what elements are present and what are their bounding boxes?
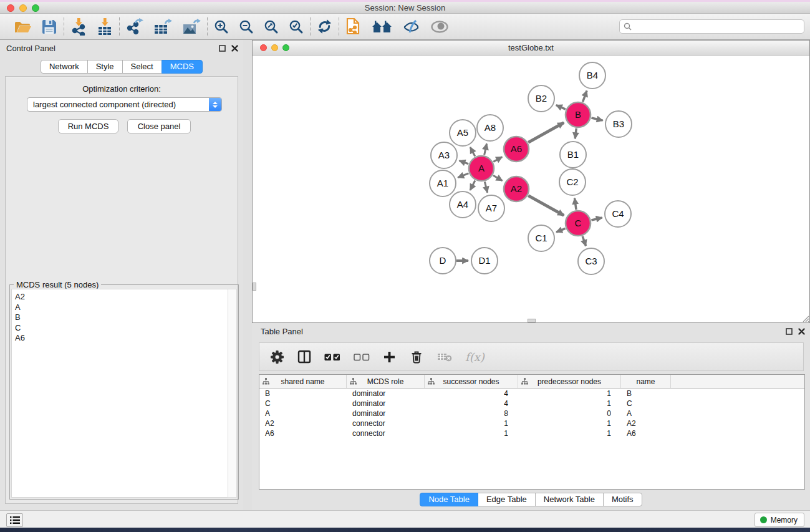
import-network-icon[interactable] bbox=[70, 18, 87, 36]
table-row[interactable]: A6connector11A6 bbox=[259, 428, 804, 438]
close-panel-icon[interactable] bbox=[231, 45, 238, 52]
edge-C-C2[interactable] bbox=[575, 198, 577, 210]
tab-style[interactable]: Style bbox=[87, 60, 123, 74]
edge-A-A1[interactable] bbox=[458, 173, 468, 178]
node-A4[interactable]: A4 bbox=[450, 191, 476, 218]
toggle-graphics-details-icon[interactable] bbox=[403, 19, 420, 34]
memory-button[interactable]: Memory bbox=[755, 513, 804, 527]
import-table-icon[interactable] bbox=[97, 18, 113, 36]
tab-node-table[interactable]: Node Table bbox=[420, 493, 478, 506]
function-builder-icon[interactable]: f(x) bbox=[465, 351, 485, 364]
open-session-icon[interactable] bbox=[14, 19, 31, 35]
edge-A-A5[interactable] bbox=[470, 147, 475, 157]
edge-A2-C[interactable] bbox=[528, 196, 564, 216]
node-C4[interactable]: C4 bbox=[605, 201, 631, 227]
resize-grip-icon[interactable] bbox=[800, 313, 809, 322]
float-panel-icon[interactable] bbox=[219, 45, 226, 52]
edge-B-B3[interactable] bbox=[591, 118, 602, 120]
node-C3[interactable]: C3 bbox=[578, 248, 604, 274]
network-canvas[interactable]: AA1A3A5A8A4A7A6A2BB1B2B3B4CC1C2C3C4DD1 bbox=[253, 56, 809, 322]
edge-A-A2[interactable] bbox=[493, 175, 503, 181]
node-A1[interactable]: A1 bbox=[430, 170, 456, 196]
tab-mcds[interactable]: MCDS bbox=[162, 60, 203, 74]
mcds-result-item[interactable]: C bbox=[15, 323, 228, 334]
close-panel-button[interactable]: Close panel bbox=[127, 119, 191, 133]
node-B3[interactable]: B3 bbox=[605, 111, 632, 137]
column-header-predecessor-nodes[interactable]: predecessor nodes bbox=[518, 375, 621, 388]
edge-A6-B[interactable] bbox=[528, 123, 564, 143]
edge-B-B4[interactable] bbox=[583, 90, 587, 102]
tab-network-table[interactable]: Network Table bbox=[535, 493, 604, 506]
export-image-icon[interactable] bbox=[182, 18, 201, 36]
mcds-result-item[interactable]: A2 bbox=[15, 292, 228, 302]
zoom-out-icon[interactable] bbox=[239, 19, 254, 34]
panel-splitter[interactable] bbox=[243, 40, 252, 510]
node-A3[interactable]: A3 bbox=[431, 142, 457, 168]
column-header-name[interactable]: name bbox=[621, 375, 671, 388]
node-C1[interactable]: C1 bbox=[528, 225, 554, 251]
zoom-selected-icon[interactable] bbox=[289, 19, 304, 34]
mcds-result-item[interactable]: B bbox=[15, 312, 228, 323]
zoom-fit-icon[interactable] bbox=[264, 19, 279, 34]
edge-B-B1[interactable] bbox=[575, 128, 576, 138]
tab-network[interactable]: Network bbox=[41, 60, 88, 74]
new-session-icon[interactable] bbox=[345, 17, 362, 36]
edge-A-A4[interactable] bbox=[470, 181, 475, 190]
node-C[interactable]: C bbox=[566, 211, 591, 236]
tab-edge-table[interactable]: Edge Table bbox=[478, 493, 536, 506]
edge-B-B2[interactable] bbox=[556, 105, 566, 109]
add-icon[interactable] bbox=[383, 351, 396, 364]
deselect-all-icon[interactable] bbox=[354, 353, 370, 361]
tab-motifs[interactable]: Motifs bbox=[603, 493, 642, 506]
save-session-icon[interactable] bbox=[41, 19, 57, 35]
mcds-result-scrollbar[interactable] bbox=[228, 289, 237, 498]
edge-C-C1[interactable] bbox=[556, 228, 566, 232]
table-row[interactable]: Cdominator41C bbox=[259, 399, 804, 409]
edge-C-C4[interactable] bbox=[591, 218, 602, 220]
table-row[interactable]: Adominator80A bbox=[259, 409, 804, 418]
close-panel-icon[interactable] bbox=[798, 328, 805, 335]
node-A2[interactable]: A2 bbox=[504, 177, 529, 201]
delete-table-icon[interactable] bbox=[437, 352, 452, 362]
network-titlebar[interactable]: testGlobe.txt bbox=[253, 41, 809, 56]
node-B1[interactable]: B1 bbox=[560, 142, 586, 168]
column-header-shared-name[interactable]: shared name bbox=[259, 375, 347, 388]
run-mcds-button[interactable]: Run MCDS bbox=[58, 119, 118, 133]
node-B[interactable]: B bbox=[566, 102, 591, 127]
table-row[interactable]: A2connector11A2 bbox=[259, 418, 804, 428]
canvas-hscroll-thumb[interactable] bbox=[528, 319, 536, 322]
node-A6[interactable]: A6 bbox=[504, 137, 529, 162]
float-panel-icon[interactable] bbox=[786, 328, 793, 335]
edge-C-C3[interactable] bbox=[582, 236, 586, 246]
mcds-result-item[interactable]: A6 bbox=[15, 333, 228, 344]
node-A8[interactable]: A8 bbox=[477, 115, 503, 141]
columns-icon[interactable] bbox=[297, 350, 311, 364]
search-input[interactable] bbox=[632, 20, 804, 33]
node-D1[interactable]: D1 bbox=[471, 248, 498, 274]
node-A5[interactable]: A5 bbox=[450, 120, 476, 146]
select-all-icon[interactable] bbox=[324, 353, 340, 361]
zoom-in-icon[interactable] bbox=[214, 19, 229, 34]
node-B2[interactable]: B2 bbox=[528, 85, 554, 112]
export-network-icon[interactable] bbox=[126, 18, 143, 36]
edge-A-A6[interactable] bbox=[493, 157, 502, 162]
tab-select[interactable]: Select bbox=[122, 60, 162, 74]
edge-A-A8[interactable] bbox=[485, 143, 487, 155]
node-A[interactable]: A bbox=[469, 156, 494, 181]
canvas-vscroll-thumb[interactable] bbox=[253, 283, 256, 291]
column-header-MCDS-role[interactable]: MCDS role bbox=[347, 375, 425, 388]
birds-eye-view-icon[interactable] bbox=[430, 20, 449, 34]
node-B4[interactable]: B4 bbox=[579, 62, 605, 89]
export-table-icon[interactable] bbox=[153, 18, 172, 36]
edge-A-A7[interactable] bbox=[485, 181, 487, 192]
node-D[interactable]: D bbox=[430, 248, 456, 274]
node-C2[interactable]: C2 bbox=[559, 169, 586, 195]
criterion-select[interactable]: largest connected component (directed) bbox=[27, 97, 222, 112]
edge-A-A3[interactable] bbox=[460, 161, 469, 164]
gear-icon[interactable] bbox=[270, 350, 284, 364]
table-row[interactable]: Bdominator41B bbox=[259, 389, 804, 399]
column-header-successor-nodes[interactable]: successor nodes bbox=[425, 375, 518, 388]
refresh-icon[interactable] bbox=[317, 19, 332, 34]
mcds-result-item[interactable]: A bbox=[15, 302, 228, 313]
delete-icon[interactable] bbox=[409, 349, 424, 364]
